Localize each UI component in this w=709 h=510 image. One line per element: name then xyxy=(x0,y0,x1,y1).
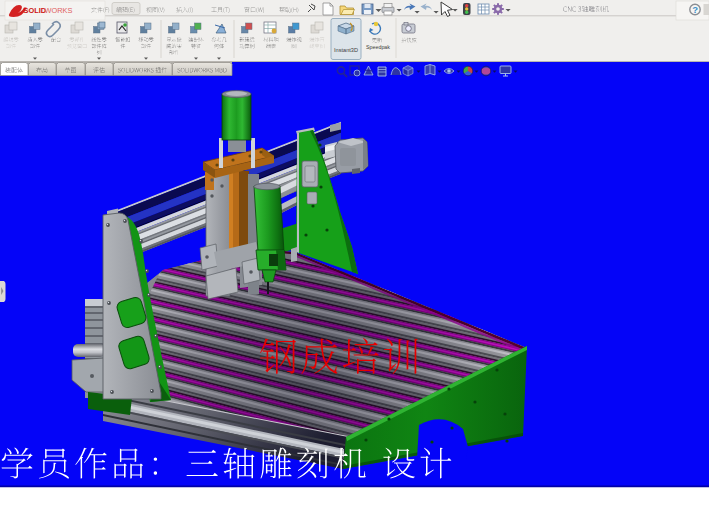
svg-text:SOLID: SOLID xyxy=(24,6,47,15)
svg-text:WORKS: WORKS xyxy=(45,6,73,15)
svg-text:Speedpak: Speedpak xyxy=(366,44,390,50)
svg-text:Instant3D: Instant3D xyxy=(334,47,358,53)
svg-text:?: ? xyxy=(692,4,698,15)
